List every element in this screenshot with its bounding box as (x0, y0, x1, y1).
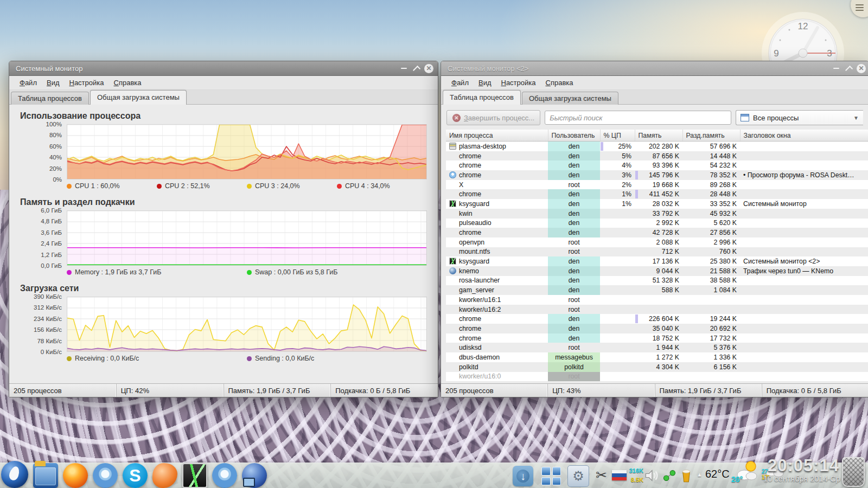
tray-expander-arrow-icon[interactable]: ▲ (697, 471, 703, 478)
menu-item[interactable]: Вид (42, 79, 65, 87)
table-row[interactable]: kworker/u16:2root (446, 305, 868, 314)
network-speed-indicator[interactable]: 316K 8.5K (625, 466, 643, 485)
table-row[interactable]: Xroot2%19 668 K89 268 K (446, 180, 868, 190)
maximize-button[interactable] (845, 66, 853, 73)
chevron-down-icon: ▼ (853, 115, 859, 121)
ksysguard-launcher-icon[interactable] (182, 463, 207, 488)
menu-item[interactable]: Вид (474, 79, 496, 87)
table-row[interactable]: chromeden3%145 796 K78 352 K• Просмотр ф… (446, 170, 868, 180)
table-cell: den (548, 276, 600, 286)
quick-search-input[interactable] (545, 111, 731, 125)
kill-process-button[interactable]: ✕ Завершить процесс... (446, 110, 540, 125)
minimize-button[interactable] (401, 68, 407, 69)
close-button[interactable]: ✕ (857, 64, 866, 73)
process-filter-combo[interactable]: Все процессы ▼ (736, 110, 863, 125)
trash-icon[interactable] (842, 457, 865, 487)
volume-icon[interactable] (644, 468, 660, 483)
ksysguard-icon (449, 200, 456, 207)
table-cell (740, 189, 868, 199)
skype-launcher-icon[interactable] (123, 463, 148, 488)
table-row[interactable]: ksysguardden1%28 032 K33 352 KСистемный … (446, 199, 868, 209)
table-row[interactable]: chromeden35 040 K20 692 K (446, 324, 868, 333)
table-cell: 25% (600, 142, 635, 151)
table-row[interactable]: chromeden5%87 656 K14 448 K (446, 151, 868, 161)
table-row[interactable]: openvpnroot2 088 K2 996 K (446, 237, 868, 247)
menu-item[interactable]: Справка (109, 79, 146, 87)
table-row[interactable]: gam_serverden588 K1 084 K (446, 285, 868, 295)
settings-gears-icon[interactable]: ⚙ (567, 465, 589, 487)
table-row[interactable]: ksysguardden17 136 K25 380 KСистемный мо… (446, 256, 868, 266)
table-row[interactable]: kworker/u16:1root (446, 295, 868, 305)
table-cell: 2 996 K (682, 237, 740, 247)
menu-item[interactable]: Настройка (496, 79, 541, 87)
pager-icon[interactable] (541, 467, 561, 485)
close-button[interactable]: ✕ (424, 64, 433, 73)
table-row[interactable]: chromeden18 752 K17 732 K (446, 333, 868, 343)
table-cell: 3% (600, 170, 635, 180)
table-cell (740, 276, 868, 286)
table-row[interactable]: kwinden33 792 K45 932 K (446, 209, 868, 219)
menu-item[interactable]: Настройка (65, 79, 109, 87)
download-manager-icon[interactable] (513, 466, 533, 486)
menu-item[interactable]: Файл (15, 79, 42, 87)
table-cell: den (548, 228, 600, 237)
table-row[interactable]: rosa-launcherden51 328 K38 588 K (446, 276, 868, 286)
minimize-button[interactable] (833, 68, 839, 69)
table-header-row[interactable]: Имя процессаПользователь% ЦППамятьРазд.п… (446, 130, 868, 142)
maximize-button[interactable] (413, 66, 420, 73)
chromium-launcher-icon[interactable] (93, 463, 118, 488)
column-header[interactable]: Разд.память (682, 130, 740, 142)
rosa-menu-launcher-icon[interactable] (1, 461, 28, 488)
file-manager-launcher-icon[interactable] (33, 463, 58, 488)
column-header[interactable]: Пользователь (548, 130, 600, 142)
table-row[interactable]: udisksdroot1 944 K5 376 K (446, 343, 868, 352)
table-row[interactable]: polkitdpolkitd4 304 K6 156 K (446, 362, 868, 372)
kopete-launcher-icon[interactable] (152, 463, 177, 488)
table-cell: 19 244 K (682, 314, 740, 324)
tab-system-load[interactable]: Общая загрузка системы (522, 92, 618, 105)
table-cell: knemo (446, 266, 548, 276)
tab-process-table[interactable]: Таблица процессов (11, 92, 89, 105)
table-row[interactable]: chromeden1%411 452 K28 448 K (446, 189, 868, 199)
keyboard-layout-ru-flag-icon[interactable] (612, 470, 627, 480)
column-header[interactable]: Имя процесса (446, 130, 548, 142)
blank-icon (449, 190, 456, 197)
table-row[interactable]: pulseaudioden2 992 K5 620 K (446, 219, 868, 228)
chromium-2-launcher-icon[interactable] (212, 463, 237, 488)
titlebar[interactable]: Системный монитор ✕ (9, 61, 438, 76)
legend-item: Receiving : 0,0 КиБ/с (67, 355, 247, 362)
statusbar: 205 процессовЦП: 43%Память: 1,9 ГиБ / 3,… (441, 383, 868, 397)
digital-clock[interactable]: 20:05:14 (764, 456, 843, 476)
column-header[interactable]: Память (635, 130, 682, 142)
table-cell: root (548, 305, 600, 314)
titlebar[interactable]: Системный монитор <2> ✕ (441, 61, 868, 76)
ktorrent-glass-icon[interactable] (679, 468, 693, 484)
clipboard-scissors-icon[interactable]: ✂ (596, 467, 607, 483)
firefox-launcher-icon[interactable] (63, 463, 88, 488)
table-row[interactable]: chromeden42 728 K27 856 K (446, 228, 868, 237)
table-cell: 14 448 K (682, 151, 740, 161)
table-row[interactable]: dbus-daemonmessagebus1 272 K1 336 K (446, 352, 868, 362)
menubar: ФайлВидНастройкаСправка (9, 76, 438, 90)
menu-item[interactable]: Файл (446, 79, 474, 87)
menu-item[interactable]: Справка (541, 79, 578, 87)
tab-process-table[interactable]: Таблица процессов (443, 90, 521, 105)
column-header[interactable]: Заголовок окна (740, 130, 868, 142)
table-row[interactable]: chromeden4%93 396 K54 232 K (446, 160, 868, 170)
web-browser-launcher-icon[interactable] (242, 463, 267, 488)
date-display[interactable]: 10 сентября 2014-Ср (760, 474, 844, 483)
table-row[interactable]: kworker/u16:0root (446, 372, 868, 382)
table-row[interactable]: chromeden226 604 K19 244 K (446, 314, 868, 324)
column-header[interactable]: % ЦП (600, 130, 635, 142)
window-title: Системный монитор <2> (441, 65, 833, 73)
table-cell: den (548, 160, 600, 170)
tab-system-load[interactable]: Общая загрузка системы (90, 90, 187, 105)
process-table: Имя процессаПользователь% ЦППамятьРазд.п… (446, 130, 868, 381)
temperature-indicator[interactable]: 62°C (705, 468, 730, 480)
table-cell: messagebus (548, 352, 600, 362)
table-row[interactable]: plasma-desktopden25%202 280 K57 696 K (446, 142, 868, 151)
table-row[interactable]: mount.ntfsroot712 K760 K (446, 247, 868, 257)
table-row[interactable]: knemoden9 044 K21 588 KТрафик через tun0… (446, 266, 868, 276)
table-cell: Системный монитор <2> (740, 256, 868, 266)
network-connections-icon[interactable] (662, 468, 677, 483)
